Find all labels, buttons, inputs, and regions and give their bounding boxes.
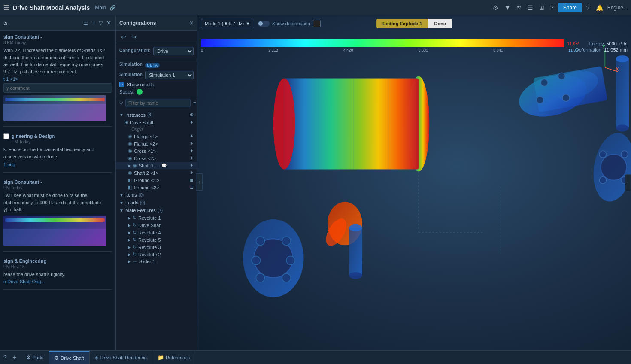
shaft1-item[interactable]: ▶ ◉ Shaft 1 ... 💬 ✦: [116, 162, 197, 169]
tree-section: ▼ Instances (8) ⊕ ⊞ Drive Shaft ✦ Origin…: [116, 109, 197, 350]
flange2-item[interactable]: ◉ Flange <2> ✦: [116, 140, 197, 147]
shaft1-label: Shaft 1 ...: [139, 163, 159, 168]
flange2-action[interactable]: ✦: [190, 141, 194, 146]
items-section-header[interactable]: ▼ Items (0): [116, 191, 197, 199]
svg-text:X: X: [616, 67, 619, 72]
revolute1-item[interactable]: ▶ ↻ Revolute 1: [116, 214, 197, 221]
shaft1-action[interactable]: ✦: [190, 163, 194, 168]
energy-key: Energy: [589, 41, 604, 46]
add-tab-button[interactable]: +: [10, 354, 19, 361]
revolute2-item[interactable]: ▶ ↻ Revolute 2: [116, 251, 197, 258]
bottom-bar: ? + ⚙ Parts ⚙ Drive Shaft ◈ Drive Shaft …: [0, 350, 631, 364]
mate-features-section-header[interactable]: ▼ Mate Features (7): [116, 206, 197, 214]
comment-link[interactable]: n Drive Shaft Orig...: [3, 279, 112, 284]
config-panel-close-icon[interactable]: ✕: [189, 20, 194, 26]
revolute3-item[interactable]: ▶ ↻ Revolute 3: [116, 243, 197, 251]
cross2-item[interactable]: ◉ Cross <2> ✦: [116, 155, 197, 162]
settings-icon[interactable]: ⚙: [491, 3, 500, 12]
parts-tab[interactable]: ⚙ Parts: [21, 351, 49, 364]
s1-chevron: ▶: [128, 259, 131, 264]
mode-dropdown[interactable]: Mode 1 (909.7 Hz) ▼: [201, 19, 254, 28]
comment-sort-icon[interactable]: ≡: [91, 19, 96, 27]
comment-time: PM Today: [3, 185, 112, 190]
flange1-item[interactable]: ◉ Flange <1> ✦: [116, 133, 197, 140]
ground2-action[interactable]: ≣: [190, 185, 194, 190]
comment-ref: t 1 <1>: [3, 76, 112, 82]
cross1-action[interactable]: ✦: [190, 148, 194, 154]
hamburger-icon[interactable]: ☰: [3, 3, 9, 12]
explode-done-button[interactable]: Done: [428, 19, 452, 28]
color-swatch[interactable]: [313, 20, 321, 27]
root-action-icon[interactable]: ✦: [190, 120, 194, 125]
shaft2-action[interactable]: ✦: [190, 170, 194, 176]
revolute5-item[interactable]: ▶ ↻ Revolute 5: [116, 236, 197, 243]
user-label[interactable]: Engine...: [607, 5, 628, 11]
instances-section-header[interactable]: ▼ Instances (8) ⊕: [116, 111, 197, 119]
references-tab[interactable]: 📁 References: [152, 351, 195, 364]
loads-section-header[interactable]: ▼ Loads (0): [116, 199, 197, 206]
ground1-item[interactable]: ◧ Ground <1> ≣: [116, 176, 197, 184]
collapse-panel-button[interactable]: ‹: [196, 173, 203, 191]
mate-icon: ↻: [133, 215, 137, 221]
cross1-item[interactable]: ◉ Cross <1> ✦: [116, 147, 197, 155]
help-icon[interactable]: ?: [549, 3, 555, 12]
flange2-label: Flange <2>: [134, 141, 158, 146]
status-row: Status:: [119, 89, 194, 95]
comment-checkbox[interactable]: [3, 133, 9, 139]
instances-count: (8): [147, 112, 152, 117]
part-icon: ◉: [128, 133, 132, 139]
svg-point-12: [616, 125, 629, 132]
show-results-label: Show results: [127, 82, 154, 87]
svg-point-11: [616, 55, 629, 62]
comment-filter2-icon[interactable]: ▽: [98, 19, 104, 27]
svg-point-31: [349, 272, 362, 279]
slider1-item[interactable]: ▶ ↔ Slider 1: [116, 258, 197, 265]
revolute1-label: Revolute 1: [138, 215, 161, 221]
redo-button[interactable]: ↪: [130, 33, 138, 41]
comment-item: gineering & Design PM Today k. Focus on …: [3, 133, 112, 173]
loads-chevron: ▼: [119, 200, 124, 205]
sim-select[interactable]: Simulation 1: [145, 71, 194, 79]
flange1-action[interactable]: ✦: [190, 133, 194, 139]
right-collapse-button[interactable]: ›: [625, 174, 631, 191]
cross2-action[interactable]: ✦: [190, 155, 194, 161]
ground1-action[interactable]: ≣: [190, 177, 194, 183]
document-icon[interactable]: ☰: [526, 3, 535, 12]
comment-close-icon[interactable]: ✕: [106, 19, 112, 27]
r1-chevron: ▶: [128, 216, 131, 220]
plugin-icon[interactable]: ▼: [503, 3, 512, 12]
drive-shaft-rendering-tab[interactable]: ◈ Drive Shaft Rendering: [90, 351, 152, 364]
3d-viewport[interactable]: X Y Editing Explode 1 Done Mode 1 (909.7…: [197, 15, 631, 350]
r3-chevron: ▶: [128, 245, 131, 249]
tree-root-item[interactable]: ⊞ Drive Shaft ✦: [116, 119, 197, 126]
comment-input[interactable]: [3, 83, 112, 93]
driveshaft-mate-item[interactable]: ▶ ↻ Drive Shaft: [116, 221, 197, 229]
drive-shaft-tab[interactable]: ⚙ Drive Shaft: [49, 351, 89, 364]
ground2-item[interactable]: ◧ Ground <2> ≣: [116, 184, 197, 191]
list-view-icon[interactable]: ≡: [193, 100, 196, 106]
revolute4-item[interactable]: ▶ ↻ Revolute 4: [116, 229, 197, 236]
help2-icon[interactable]: ?: [585, 3, 592, 12]
grid-icon[interactable]: ⊞: [537, 3, 546, 12]
show-results-checkbox[interactable]: ✓: [119, 82, 124, 87]
comment-author: sign Consultant -: [3, 34, 112, 39]
deformation-row: Deformation 11.052 mm: [576, 47, 628, 52]
filter-input[interactable]: [125, 99, 191, 107]
config-select[interactable]: Drive: [153, 47, 194, 55]
flange1-label: Flange <1>: [134, 134, 158, 139]
comment-filter-icon[interactable]: ☰: [82, 19, 89, 27]
undo-button[interactable]: ↩: [119, 33, 128, 41]
bottom-help-icon[interactable]: ?: [2, 353, 8, 361]
comments-panel: ts ☰ ≡ ▽ ✕ sign Consultant - 3 PM Today …: [0, 15, 116, 350]
notifications-icon[interactable]: 🔔: [594, 3, 605, 12]
link-icon[interactable]: 🔗: [109, 5, 116, 11]
shaft2-item[interactable]: ◉ Shaft 2 <1> ✦: [116, 169, 197, 176]
comment-file[interactable]: 1.png: [3, 162, 112, 167]
deformation-toggle[interactable]: [258, 21, 270, 27]
filter-icon: ▽: [119, 100, 123, 106]
svg-point-15: [599, 151, 606, 158]
share-button[interactable]: Share: [558, 3, 582, 12]
activity-icon[interactable]: ≋: [515, 3, 523, 12]
instances-action[interactable]: ⊕: [190, 112, 194, 118]
comment-text: With V2, I increased the diameters of Sh…: [3, 47, 112, 75]
